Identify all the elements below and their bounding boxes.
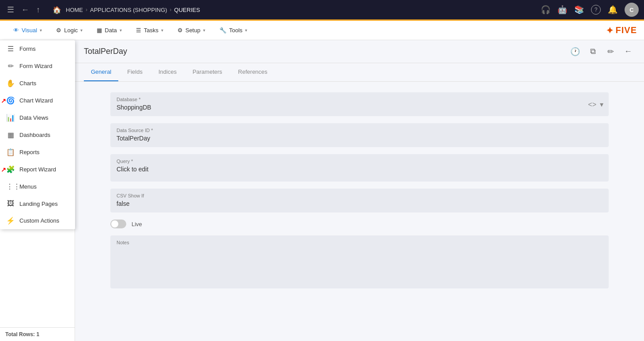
dropdown-item-menus[interactable]: ⋮⋮ Menus: [0, 178, 75, 195]
dashboards-label: Dashboards: [19, 132, 50, 138]
forms-icon: ☰: [6, 45, 15, 53]
tools-label: Tools: [229, 27, 242, 34]
queries-nav[interactable]: QUERIES: [174, 7, 200, 13]
tab-general[interactable]: General: [84, 63, 118, 81]
top-bar: ☰ ← ↑ 🏠 HOME › APPLICATIONS (SHOPPING) ›…: [0, 0, 644, 19]
query-field[interactable]: Query * Click to edit: [110, 154, 609, 182]
chart-wizard-icon: 🌀: [6, 96, 15, 105]
top-bar-right: 🎧 🤖 📚 ? 🔔 C: [541, 3, 639, 17]
chart-wizard-label: Chart Wizard: [19, 97, 53, 104]
copy-button[interactable]: ⧉: [586, 45, 600, 59]
dropdown-item-data-views[interactable]: 📊 Data Views: [0, 109, 75, 126]
data-chevron: ▾: [120, 28, 122, 33]
csv-field[interactable]: CSV Show If false: [110, 189, 609, 212]
menus-icon: ⋮⋮: [6, 182, 15, 191]
setup-label: Setup: [185, 27, 200, 34]
reports-label: Reports: [19, 149, 40, 155]
dropdown-item-report-wizard[interactable]: 🧩 Report Wizard ↗: [0, 161, 75, 178]
nav-tools[interactable]: 🔧 Tools ▾: [213, 23, 253, 37]
landing-pages-icon: 🖼: [6, 200, 15, 208]
hamburger-icon[interactable]: ☰: [5, 3, 16, 16]
setup-chevron: ▾: [203, 28, 205, 33]
data-views-label: Data Views: [19, 114, 49, 121]
dropdown-item-reports[interactable]: 📋 Reports: [0, 144, 75, 161]
books-icon[interactable]: 📚: [574, 5, 584, 15]
sidebar-footer: Total Rows: 1: [0, 327, 75, 341]
database-field-actions: <> ▾: [587, 99, 604, 110]
tab-parameters[interactable]: Parameters: [185, 63, 229, 81]
datasource-value: TotalPerDay: [117, 135, 603, 142]
back-icon[interactable]: ←: [19, 4, 31, 16]
live-toggle[interactable]: [110, 220, 126, 228]
notes-field[interactable]: Notes: [110, 235, 609, 288]
tabs-bar: General Fields Indices Parameters Refere…: [75, 63, 644, 82]
tasks-icon: ☰: [136, 27, 141, 34]
form-wizard-icon: ✏: [6, 62, 15, 70]
back-button[interactable]: ←: [621, 45, 635, 59]
app-nav[interactable]: APPLICATIONS (SHOPPING): [90, 7, 167, 13]
tools-icon: 🔧: [219, 27, 226, 34]
reports-icon: 📋: [6, 148, 15, 156]
report-wizard-icon: 🧩: [6, 165, 15, 174]
home-nav[interactable]: HOME: [66, 7, 83, 13]
dropdown-item-custom-actions[interactable]: ⚡ Custom Actions: [0, 212, 75, 229]
help-icon[interactable]: ?: [591, 5, 601, 15]
robot-icon[interactable]: 🤖: [557, 5, 567, 15]
dropdown-item-landing-pages[interactable]: 🖼 Landing Pages: [0, 195, 75, 212]
setup-icon: ⚙: [177, 27, 183, 34]
secondary-nav: 👁 Visual ▾ ⚙ Logic ▾ ▦ Data ▾ ☰ Tasks ▾ …: [0, 21, 644, 40]
charts-icon: ✋: [6, 79, 15, 87]
live-label: Live: [132, 221, 142, 227]
charts-label: Charts: [19, 80, 36, 87]
dropdown-item-form-wizard[interactable]: ✏ Form Wizard: [0, 57, 75, 75]
custom-actions-icon: ⚡: [6, 216, 15, 225]
nav-data[interactable]: ▦ Data ▾: [90, 23, 128, 37]
edit-button[interactable]: ✏: [603, 45, 618, 59]
nav-visual[interactable]: 👁 Visual ▾: [7, 23, 48, 37]
data-label: Data: [105, 27, 117, 34]
dashboards-icon: ▦: [6, 131, 15, 139]
form-wizard-label: Form Wizard: [19, 63, 52, 69]
up-icon[interactable]: ↑: [34, 4, 42, 16]
data-icon: ▦: [97, 27, 102, 34]
right-panel: TotalPerDay 🕐 ⧉ ✏ ← General Fields Indic…: [75, 40, 644, 341]
database-code-btn[interactable]: <>: [587, 99, 597, 110]
tab-indices[interactable]: Indices: [151, 63, 184, 81]
tools-chevron: ▾: [245, 28, 247, 33]
query-click-to-edit[interactable]: Click to edit: [117, 166, 603, 173]
breadcrumb: 🏠 HOME › APPLICATIONS (SHOPPING) › QUERI…: [53, 6, 200, 14]
headset-icon[interactable]: 🎧: [541, 5, 550, 15]
eye-icon: 👁: [13, 27, 19, 34]
database-dropdown-btn[interactable]: ▾: [599, 99, 604, 110]
visual-chevron: ▾: [40, 28, 42, 33]
history-button[interactable]: 🕐: [568, 45, 582, 59]
nav-tasks[interactable]: ☰ Tasks ▾: [130, 23, 169, 37]
nav-setup[interactable]: ⚙ Setup ▾: [171, 23, 211, 37]
data-views-icon: 📊: [6, 114, 15, 122]
forms-label: Forms: [19, 45, 36, 52]
nav-logic[interactable]: ⚙ Logic ▾: [50, 23, 89, 37]
sidebar: ☰ Forms ✏ Form Wizard ✋ Charts 🌀 Chart W…: [0, 40, 75, 341]
menus-label: Menus: [19, 183, 37, 190]
custom-actions-label: Custom Actions: [19, 217, 59, 224]
visual-dropdown: ☰ Forms ✏ Form Wizard ✋ Charts 🌀 Chart W…: [0, 40, 75, 229]
tab-fields[interactable]: Fields: [120, 63, 150, 81]
dropdown-item-charts[interactable]: ✋ Charts: [0, 75, 75, 92]
panel-actions: 🕐 ⧉ ✏ ←: [568, 45, 635, 59]
form-area: Database * ShoppingDB <> ▾ Data Source I…: [75, 82, 644, 341]
tab-references[interactable]: References: [231, 63, 274, 81]
logo-text: FIVE: [616, 25, 637, 35]
database-field[interactable]: Database * ShoppingDB <> ▾: [110, 92, 609, 116]
dropdown-item-dashboards[interactable]: ▦ Dashboards: [0, 126, 75, 144]
panel-title: TotalPerDay: [84, 47, 568, 56]
report-wizard-label: Report Wizard: [19, 166, 56, 173]
dropdown-item-chart-wizard[interactable]: 🌀 Chart Wizard ↗: [0, 92, 75, 109]
logic-icon: ⚙: [56, 27, 61, 34]
datasource-label: Data Source ID *: [117, 128, 603, 133]
user-avatar[interactable]: C: [625, 3, 639, 17]
dropdown-item-forms[interactable]: ☰ Forms: [0, 40, 75, 57]
query-label: Query *: [117, 159, 603, 164]
datasource-field[interactable]: Data Source ID * TotalPerDay: [110, 123, 609, 147]
tasks-label: Tasks: [144, 27, 158, 34]
bell-icon[interactable]: 🔔: [608, 5, 618, 15]
